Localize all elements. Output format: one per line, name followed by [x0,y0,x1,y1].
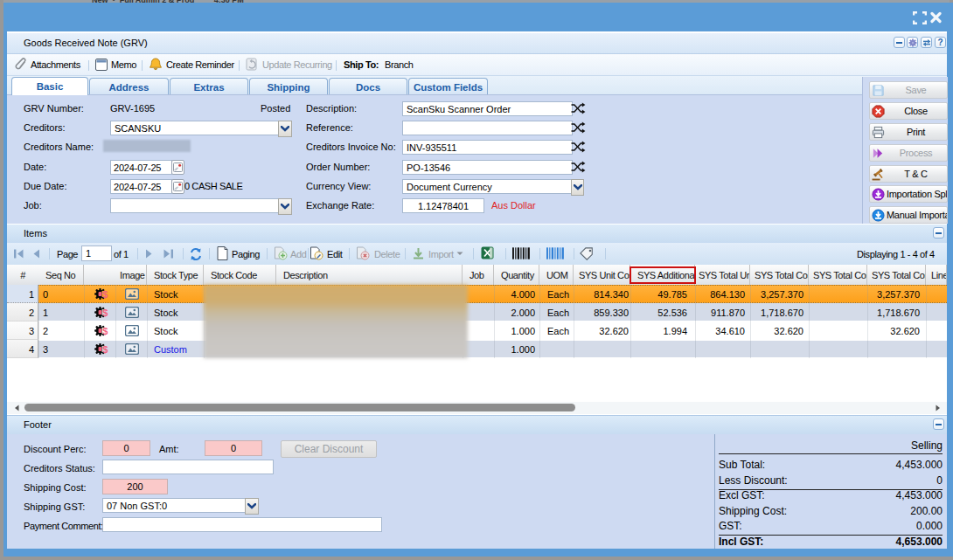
svg-text:$: $ [102,326,108,336]
svg-text:$: $ [102,289,108,300]
svg-text:$: $ [102,344,108,355]
svg-text:$: $ [102,308,108,318]
